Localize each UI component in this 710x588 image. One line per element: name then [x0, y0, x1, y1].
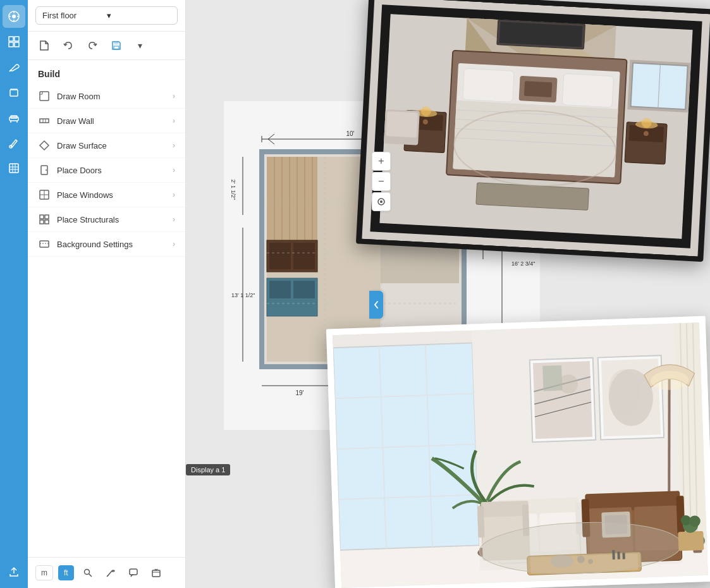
save-button[interactable]: [107, 37, 125, 54]
draw-wall-icon: [38, 114, 51, 127]
menu-item-place-windows[interactable]: Place Windows ›: [28, 183, 185, 207]
svg-rect-111: [524, 81, 553, 97]
svg-rect-18: [9, 164, 18, 173]
svg-text:13' 1 1/2": 13' 1 1/2": [231, 292, 255, 298]
sidebar-item-home[interactable]: [3, 5, 25, 28]
sidebar-item-upload[interactable]: [3, 560, 25, 583]
tools-button[interactable]: [102, 564, 119, 582]
sidebar-item-furniture[interactable]: [3, 106, 25, 129]
living-room-3d-view: [326, 316, 710, 588]
sidebar-item-tools[interactable]: [3, 56, 25, 78]
svg-point-31: [46, 169, 47, 171]
svg-rect-8: [9, 42, 13, 47]
build-title: Build: [28, 60, 185, 84]
svg-rect-9: [15, 42, 19, 47]
zoom-panel: + −: [372, 152, 391, 211]
menu-item-draw-surface[interactable]: Draw Surface ›: [28, 133, 185, 158]
place-doors-icon: [38, 164, 51, 176]
svg-rect-38: [45, 220, 49, 224]
draw-surface-icon: [38, 139, 51, 152]
display-tooltip: Display a 1: [186, 464, 230, 475]
bedroom-3d-view: [356, 0, 710, 262]
svg-rect-109: [562, 74, 613, 107]
svg-rect-155: [542, 365, 562, 391]
svg-point-1: [12, 15, 16, 18]
new-document-button[interactable]: [35, 37, 53, 54]
svg-text:2' 1 1/2": 2' 1 1/2": [230, 180, 236, 200]
canvas-area: + −: [186, 0, 710, 588]
place-structurals-arrow: ›: [173, 215, 175, 224]
svg-rect-27: [40, 119, 49, 123]
draw-surface-arrow: ›: [173, 141, 175, 150]
svg-rect-7: [15, 37, 19, 41]
sidebar-item-grid[interactable]: [3, 157, 25, 180]
svg-line-42: [107, 575, 108, 577]
chevron-down-icon: ▾: [107, 11, 171, 20]
svg-point-40: [84, 570, 89, 575]
svg-point-47: [380, 200, 383, 203]
svg-rect-184: [481, 501, 529, 518]
background-settings-icon: [38, 238, 51, 250]
unit-m-button[interactable]: m: [35, 565, 53, 580]
svg-rect-133: [499, 21, 583, 47]
svg-text:19': 19': [295, 389, 303, 396]
svg-text:▾: ▾: [138, 40, 142, 51]
draw-room-arrow: ›: [173, 92, 175, 101]
place-doors-arrow: ›: [173, 166, 175, 175]
svg-rect-144: [333, 343, 479, 550]
icon-sidebar: [0, 0, 28, 588]
draw-room-icon: [38, 90, 51, 102]
sidebar-item-layers[interactable]: [3, 81, 25, 104]
svg-rect-44: [152, 570, 160, 577]
menu-item-place-structurals[interactable]: Place Structurals ›: [28, 207, 185, 232]
export-button[interactable]: [147, 564, 165, 582]
svg-rect-60: [269, 243, 291, 269]
svg-rect-128: [386, 111, 418, 138]
zoom-out-button[interactable]: −: [372, 172, 391, 191]
place-doors-label: Place Doors: [57, 166, 166, 175]
undo-button[interactable]: [59, 37, 77, 54]
more-options-button[interactable]: ▾: [132, 37, 149, 54]
place-structurals-label: Place Structurals: [57, 215, 166, 224]
svg-rect-12: [10, 89, 18, 90]
comment-button[interactable]: [125, 564, 142, 582]
menu-item-draw-wall[interactable]: Draw Wall ›: [28, 109, 185, 133]
menu-item-place-doors[interactable]: Place Doors ›: [28, 158, 185, 183]
svg-rect-64: [293, 281, 315, 298]
zoom-reset-button[interactable]: [372, 192, 391, 211]
svg-rect-185: [477, 506, 485, 537]
svg-rect-26: [40, 92, 49, 101]
svg-line-41: [89, 574, 92, 577]
zoom-in-button[interactable]: +: [372, 152, 391, 171]
place-windows-arrow: ›: [173, 190, 175, 199]
collapse-panel-button[interactable]: [369, 291, 383, 319]
draw-wall-arrow: ›: [173, 116, 175, 125]
unit-ft-button[interactable]: ft: [58, 565, 74, 580]
svg-rect-37: [40, 220, 44, 224]
search-tool-button[interactable]: [79, 564, 97, 582]
floor-selector-row: First floor ▾: [28, 0, 185, 32]
sidebar-item-paint[interactable]: [3, 132, 25, 154]
toolbar-row: ▾: [28, 32, 185, 60]
place-structurals-icon: [38, 213, 51, 226]
app-container: First floor ▾: [0, 0, 710, 588]
place-windows-icon: [38, 188, 51, 201]
svg-rect-63: [269, 281, 291, 298]
background-settings-label: Background Settings: [57, 240, 166, 249]
svg-rect-11: [10, 90, 18, 96]
menu-item-background-settings[interactable]: Background Settings ›: [28, 232, 185, 257]
svg-rect-61: [293, 243, 315, 269]
svg-rect-36: [45, 215, 49, 219]
bottom-toolbar: m ft: [28, 557, 185, 588]
svg-text:16' 2 3/4": 16' 2 3/4": [511, 260, 535, 267]
redo-button[interactable]: [83, 37, 101, 54]
svg-rect-108: [463, 68, 514, 102]
place-windows-label: Place Windows: [57, 190, 166, 200]
floor-dropdown-label: First floor: [42, 11, 107, 20]
svg-rect-196: [678, 531, 704, 551]
sidebar-item-build[interactable]: [3, 30, 25, 53]
background-settings-arrow: ›: [173, 240, 175, 248]
menu-item-draw-room[interactable]: Draw Room ›: [28, 84, 185, 109]
svg-text:10': 10': [346, 130, 354, 137]
floor-dropdown[interactable]: First floor ▾: [35, 6, 178, 25]
